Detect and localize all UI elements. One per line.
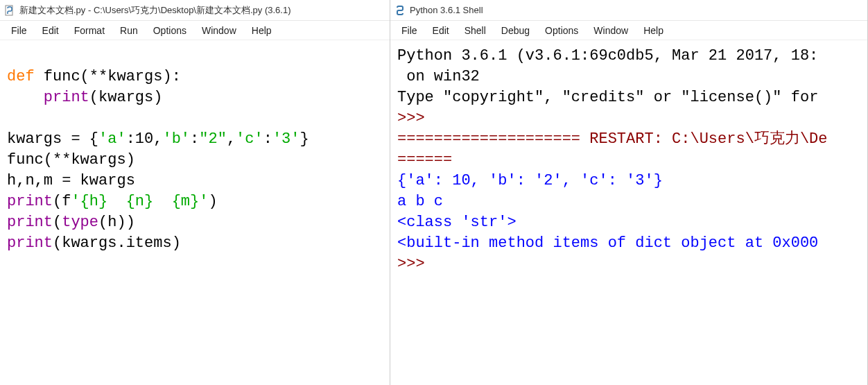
- shell-menu-debug[interactable]: Debug: [494, 23, 537, 38]
- menu-run[interactable]: Run: [113, 23, 145, 38]
- editor-code-area[interactable]: def func(**kwargs): print(kwargs) kwargs…: [0, 40, 390, 385]
- shell-output: <class 'str'>: [397, 214, 517, 231]
- shell-title: Python 3.6.1 Shell: [410, 5, 483, 15]
- editor-title: 新建文本文档.py - C:\Users\巧克力\Desktop\新建文本文档.…: [19, 4, 291, 17]
- shell-prompt: >>>: [397, 110, 425, 127]
- python-file-icon: [4, 5, 15, 16]
- editor-titlebar: 新建文本文档.py - C:\Users\巧克力\Desktop\新建文本文档.…: [0, 0, 390, 21]
- shell-output: {'a': 10, 'b': '2', 'c': '3'}: [397, 172, 663, 189]
- editor-menubar: File Edit Format Run Options Window Help: [0, 21, 390, 40]
- shell-menubar: File Edit Shell Debug Options Window Hel…: [390, 21, 867, 40]
- shell-window: Python 3.6.1 Shell File Edit Shell Debug…: [390, 0, 868, 385]
- shell-line: Python 3.6.1 (v3.6.1:69c0db5, Mar 21 201…: [397, 47, 818, 65]
- python-shell-icon: [394, 5, 406, 16]
- shell-output-area[interactable]: Python 3.6.1 (v3.6.1:69c0db5, Mar 21 201…: [390, 40, 867, 385]
- shell-titlebar: Python 3.6.1 Shell: [390, 0, 867, 21]
- menu-window[interactable]: Window: [195, 23, 243, 38]
- editor-window: 新建文本文档.py - C:\Users\巧克力\Desktop\新建文本文档.…: [0, 0, 390, 385]
- shell-menu-window[interactable]: Window: [587, 23, 635, 38]
- shell-line: ======: [397, 151, 452, 169]
- shell-menu-file[interactable]: File: [394, 23, 424, 38]
- shell-line: on win32: [397, 68, 480, 85]
- shell-menu-options[interactable]: Options: [538, 23, 585, 38]
- menu-help[interactable]: Help: [245, 23, 279, 38]
- shell-output: a b c: [397, 193, 443, 210]
- shell-prompt: >>>: [397, 255, 425, 273]
- menu-file[interactable]: File: [4, 23, 34, 38]
- menu-format[interactable]: Format: [67, 23, 112, 38]
- shell-line: Type "copyright", "credits" or "license(…: [397, 89, 818, 106]
- code-line: def func(**kwargs): print(kwargs) kwargs…: [7, 46, 383, 254]
- shell-output: <built-in method items of dict object at…: [397, 234, 818, 252]
- shell-line: ==================== RESTART: C:\Users\巧…: [397, 130, 828, 148]
- shell-menu-edit[interactable]: Edit: [426, 23, 456, 38]
- menu-options[interactable]: Options: [146, 23, 193, 38]
- shell-menu-help[interactable]: Help: [636, 23, 670, 38]
- menu-edit[interactable]: Edit: [35, 23, 66, 38]
- shell-menu-shell[interactable]: Shell: [458, 23, 493, 38]
